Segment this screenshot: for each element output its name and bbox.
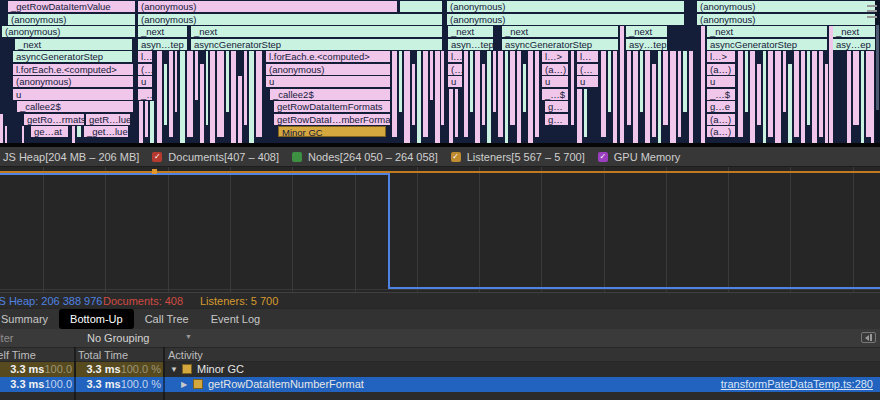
counter-checkbox[interactable]: ✓ bbox=[451, 152, 461, 162]
tab-bottom-up[interactable]: Bottom-Up bbox=[59, 309, 134, 329]
activity-label[interactable]: Minor GC bbox=[197, 362, 244, 377]
flame-bar--anonymous-[interactable]: (anonymous) bbox=[447, 14, 684, 25]
flame-stripe[interactable] bbox=[249, 51, 254, 143]
grouping-dropdown[interactable]: No Grouping bbox=[87, 332, 149, 344]
flame-scrollbar-track[interactable] bbox=[875, 0, 880, 143]
flame-stripe[interactable] bbox=[812, 51, 817, 143]
flame-bar--next[interactable]: _next bbox=[707, 26, 827, 37]
flame-stripe[interactable] bbox=[510, 51, 515, 125]
flame-stripe[interactable] bbox=[640, 51, 643, 112]
flame-bar--next[interactable]: _next bbox=[502, 26, 618, 37]
flame-bar-asyncgeneratorstep[interactable]: asyncGeneratorStep bbox=[191, 39, 442, 50]
flame-stripe[interactable] bbox=[517, 51, 521, 143]
flame-stripe[interactable] bbox=[449, 89, 453, 144]
flame-bar-l-[interactable]: l…> bbox=[707, 51, 735, 62]
flame-stripe[interactable] bbox=[613, 51, 617, 143]
flame-stripe[interactable] bbox=[783, 51, 786, 112]
flame-stripe[interactable] bbox=[22, 126, 24, 143]
flame-bar--[interactable]: _…$ bbox=[707, 89, 735, 100]
counter-checkbox[interactable]: ✓ bbox=[598, 152, 608, 162]
flame-stripe[interactable] bbox=[72, 126, 75, 143]
flame-stripe[interactable] bbox=[505, 51, 508, 143]
flame-bar--anonymous-[interactable]: (anonymous) bbox=[138, 14, 442, 25]
flame-stripe[interactable] bbox=[200, 64, 204, 144]
flame-stripe[interactable] bbox=[180, 51, 185, 143]
flame-stripe[interactable] bbox=[670, 51, 676, 143]
table-row-minor-gc[interactable]: 3.3 ms100.0 %3.3 ms100.0 %▼Minor GC bbox=[0, 362, 880, 377]
activity-label[interactable]: getRowDataItemNumberFormat bbox=[208, 377, 364, 392]
flame-stripe[interactable] bbox=[750, 51, 755, 143]
flame-bar--next[interactable]: _next bbox=[448, 26, 493, 37]
flame-stripe[interactable] bbox=[663, 51, 668, 125]
flame-bar-g-[interactable]: g… bbox=[545, 114, 568, 125]
flame-stripe[interactable] bbox=[226, 51, 229, 112]
flame-stripe[interactable] bbox=[175, 51, 177, 112]
flame-bar--getrowdataitemvalue[interactable]: _getRowDataItemValue bbox=[8, 1, 135, 12]
flame-bar-u[interactable]: u bbox=[266, 76, 390, 87]
flame-stripe[interactable] bbox=[195, 51, 198, 100]
flame-bar--a-[interactable]: (a…) bbox=[542, 64, 568, 75]
flame-stripe[interactable] bbox=[412, 64, 415, 125]
flame-bar-getrowdatai-mberformat[interactable]: getRowDataI…mberFormat bbox=[274, 114, 390, 125]
flame-stripe[interactable] bbox=[217, 51, 224, 137]
counter-checkbox[interactable] bbox=[292, 152, 302, 162]
flame-stripe[interactable] bbox=[470, 51, 473, 112]
flame-stripe[interactable] bbox=[658, 51, 661, 143]
flame-stripe[interactable] bbox=[187, 51, 193, 137]
flame-bar--callee2-[interactable]: _callee2$ bbox=[17, 101, 133, 112]
flame-stripe[interactable] bbox=[399, 51, 402, 112]
flame-bar--[interactable]: _…$ bbox=[542, 89, 568, 100]
counter-toggle-js-heap[interactable]: JS Heap[204 MB – 206 MB] bbox=[3, 151, 139, 163]
memory-graph[interactable] bbox=[0, 166, 880, 292]
disclosure-collapsed-icon[interactable]: ▶ bbox=[181, 378, 187, 391]
flame-bar--anonymous-[interactable]: (anonymous) bbox=[8, 14, 135, 25]
flame-bar-asyn-tep[interactable]: asyn…tep bbox=[448, 39, 493, 50]
flame-bar-u[interactable]: u bbox=[448, 76, 462, 87]
flame-bar-minor-gc[interactable]: Minor GC bbox=[278, 126, 386, 137]
flame-bar--anonymous-[interactable]: (anonymous) bbox=[697, 1, 875, 12]
flame-stripe[interactable] bbox=[238, 76, 242, 143]
flame-bar--anonymous-[interactable]: (anonymous) bbox=[266, 64, 390, 75]
flame-stripe[interactable] bbox=[627, 51, 631, 125]
flame-stripe[interactable] bbox=[423, 51, 428, 137]
flame-bar--[interactable]: (…) bbox=[448, 64, 462, 75]
show-heaviest-stack-icon[interactable] bbox=[861, 332, 876, 343]
flame-stripe[interactable] bbox=[5, 126, 7, 143]
flame-stripe[interactable] bbox=[404, 51, 410, 143]
flame-stripe[interactable] bbox=[455, 89, 458, 138]
flame-bar--anonymous-[interactable]: (anonymous) bbox=[2, 26, 135, 37]
flame-stripe[interactable] bbox=[150, 101, 154, 143]
flame-stripe[interactable] bbox=[745, 51, 748, 112]
flame-bar--anonymous-[interactable]: (anonymous) bbox=[697, 14, 877, 25]
tab-summary[interactable]: Summary bbox=[0, 309, 59, 329]
flame-bar--get-lue[interactable]: _get…lue bbox=[84, 126, 128, 137]
flame-bar-l-[interactable]: l… bbox=[138, 51, 152, 62]
flame-bar--[interactable]: (… bbox=[577, 64, 598, 75]
flame-bar-ge-at[interactable]: ge…at bbox=[31, 126, 68, 137]
flame-stripe[interactable] bbox=[482, 64, 485, 125]
flame-bar-getrowdataitemformats[interactable]: getRowDataItemFormats bbox=[274, 101, 390, 112]
counter-toggle-gpu-memory[interactable]: ✓GPU Memory bbox=[598, 151, 681, 163]
flame-stripe[interactable] bbox=[633, 51, 638, 143]
flame-bar-l-[interactable]: l… bbox=[448, 51, 462, 62]
flame-stripe[interactable] bbox=[794, 51, 799, 137]
flame-stripe[interactable] bbox=[645, 51, 650, 143]
flame-stripe[interactable] bbox=[441, 51, 444, 125]
flame-stripe[interactable] bbox=[528, 51, 533, 143]
flame-stripe[interactable] bbox=[487, 51, 491, 143]
flame-stripe[interactable] bbox=[169, 51, 173, 137]
counter-toggle-listeners[interactable]: ✓Listeners[5 567 – 5 700] bbox=[451, 151, 585, 163]
flame-stripe[interactable] bbox=[757, 64, 761, 125]
flame-scrollbar-thumb[interactable] bbox=[876, 25, 879, 110]
flame-stripe[interactable] bbox=[498, 51, 503, 137]
flame-stripe[interactable] bbox=[244, 51, 247, 125]
flame-bar--a-[interactable]: (a…) bbox=[707, 114, 735, 125]
flame-bar--anonymous-[interactable]: (anonymous) bbox=[13, 76, 133, 87]
flame-stripe[interactable] bbox=[807, 51, 810, 125]
flame-stripe[interactable] bbox=[145, 101, 148, 137]
tab-call-tree[interactable]: Call Tree bbox=[134, 309, 200, 329]
flame-bar-asyncgeneratorstep[interactable]: asyncGeneratorStep bbox=[13, 51, 132, 62]
flame-stripe[interactable] bbox=[620, 26, 624, 143]
disclosure-expanded-icon[interactable]: ▼ bbox=[170, 363, 178, 376]
flame-bar--anonymous-[interactable]: (anonymous) bbox=[138, 1, 397, 12]
